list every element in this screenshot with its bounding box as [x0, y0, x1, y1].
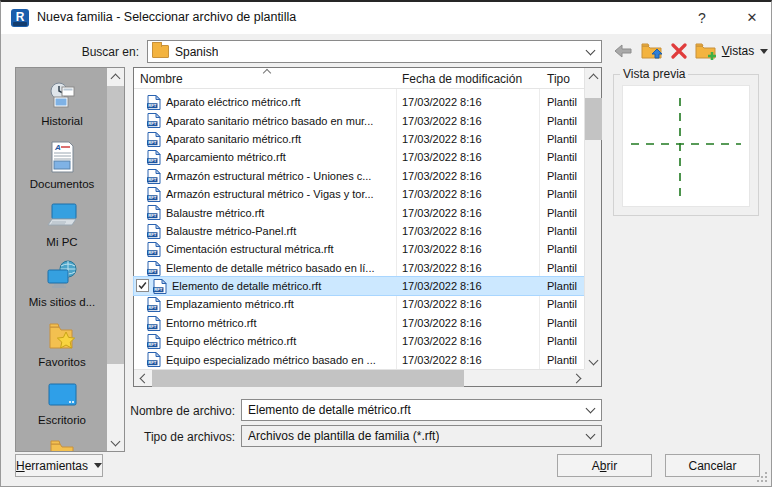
- file-name: Armazón estructural métrico - Vigas y to…: [166, 188, 394, 200]
- sidebar-item-desktop[interactable]: Escritorio: [16, 380, 108, 426]
- chevron-down-icon[interactable]: [587, 46, 595, 54]
- preview-groupbox: Vista previa: [613, 74, 759, 216]
- new-folder-button[interactable]: [693, 38, 719, 64]
- back-button[interactable]: [611, 38, 635, 64]
- folder-icon: [45, 434, 79, 452]
- column-header-name[interactable]: Nombre: [140, 68, 183, 89]
- scrollbar-thumb[interactable]: [585, 98, 602, 140]
- file-name: Equipo eléctrico métrico.rft: [166, 335, 394, 347]
- list-vertical-scrollbar[interactable]: [584, 68, 601, 370]
- table-row[interactable]: RFT Aparato sanitario métrico.rft 17/03/…: [134, 130, 586, 148]
- scroll-down-icon[interactable]: [585, 353, 602, 370]
- file-date: 17/03/2022 8:16: [402, 151, 532, 163]
- sidebar-item-documents[interactable]: A Documentos: [16, 140, 108, 190]
- scrollbar-thumb[interactable]: [152, 370, 464, 387]
- table-row[interactable]: RFT Elemento de detalle métrico.rft 17/0…: [134, 277, 586, 295]
- checkbox-checked-icon[interactable]: [136, 279, 149, 292]
- list-header: Nombre Fecha de modificación Tipo: [134, 68, 586, 89]
- sidebar-item-history[interactable]: Historial: [16, 81, 108, 127]
- file-date: 17/03/2022 8:16: [402, 225, 532, 237]
- up-one-level-button[interactable]: [639, 38, 665, 64]
- file-type-label: Tipo de archivos:: [127, 430, 235, 444]
- preview-canvas: [622, 85, 750, 207]
- svg-text:RFT: RFT: [148, 324, 157, 329]
- sidebar-item-favorites[interactable]: Favoritos: [16, 320, 108, 368]
- table-row[interactable]: RFT Aparato sanitario métrico basado en …: [134, 111, 586, 129]
- chevron-down-icon[interactable]: [587, 430, 595, 438]
- scroll-up-icon[interactable]: [107, 68, 124, 85]
- sort-ascending-icon: [262, 67, 272, 75]
- help-button[interactable]: ?: [691, 8, 713, 28]
- file-name-combobox[interactable]: Elemento de detalle métrico.rft: [241, 399, 602, 421]
- file-date: 17/03/2022 8:16: [402, 243, 532, 255]
- rft-file-icon: RFT: [147, 205, 161, 220]
- sidebar-item-label: Historial: [16, 115, 108, 127]
- table-row[interactable]: RFT Balaustre métrico.rft 17/03/2022 8:1…: [134, 203, 586, 221]
- file-type: Plantil: [547, 317, 584, 329]
- svg-text:RFT: RFT: [148, 269, 157, 274]
- table-row[interactable]: RFT Emplazamiento métrico.rft 17/03/2022…: [134, 295, 586, 313]
- file-type: Plantil: [547, 133, 584, 145]
- scroll-left-icon[interactable]: [134, 370, 151, 387]
- table-row[interactable]: RFT Equipo eléctrico métrico.rft 17/03/2…: [134, 332, 586, 350]
- file-rows: RFT Aparato eléctrico métrico.rft 17/03/…: [134, 93, 586, 369]
- rft-file-icon: RFT: [147, 224, 161, 239]
- table-row[interactable]: RFT Cimentación estructural métrica.rft …: [134, 240, 586, 258]
- sidebar-item-partial[interactable]: [16, 434, 108, 452]
- folder-icon: [152, 45, 169, 58]
- column-header-type[interactable]: Tipo: [547, 68, 570, 89]
- table-row[interactable]: RFT Aparato eléctrico métrico.rft 17/03/…: [134, 93, 586, 111]
- cancel-button[interactable]: Cancelar: [665, 454, 760, 477]
- file-name: Elemento de detalle métrico.rft: [172, 280, 394, 292]
- sidebar-scrollbar[interactable]: [107, 68, 124, 451]
- table-row[interactable]: RFT Armazón estructural métrico - Vigas …: [134, 185, 586, 203]
- favorites-icon: [45, 320, 79, 352]
- file-type: Plantil: [547, 298, 584, 310]
- folder-up-icon: [641, 42, 663, 60]
- table-row[interactable]: RFT Elemento de detalle métrico basado e…: [134, 259, 586, 277]
- close-button[interactable]: ✕: [741, 8, 763, 28]
- svg-text:RFT: RFT: [148, 214, 157, 219]
- sidebar-item-network[interactable]: Mis sitios d...: [16, 260, 108, 308]
- scrollbar-thumb[interactable]: [107, 86, 124, 364]
- file-name: Entorno métrico.rft: [166, 317, 394, 329]
- table-row[interactable]: RFT Balaustre métrico-Panel.rft 17/03/20…: [134, 222, 586, 240]
- table-row[interactable]: RFT Entorno métrico.rft 17/03/2022 8:16 …: [134, 314, 586, 332]
- column-header-date[interactable]: Fecha de modificación: [402, 68, 522, 89]
- file-name: Balaustre métrico.rft: [166, 207, 394, 219]
- dropdown-arrow-icon: [94, 463, 102, 468]
- file-type-combobox[interactable]: Archivos de plantilla de familia (*.rft): [241, 425, 602, 447]
- views-dropdown[interactable]: Vistas: [721, 38, 769, 64]
- file-name: Balaustre métrico-Panel.rft: [166, 225, 394, 237]
- computer-icon: [44, 200, 80, 232]
- rft-file-icon: RFT: [147, 95, 161, 110]
- table-row[interactable]: RFT Armazón estructural métrico - Unione…: [134, 167, 586, 185]
- scroll-down-icon[interactable]: [107, 434, 124, 451]
- look-in-combobox[interactable]: Spanish: [147, 40, 602, 63]
- svg-text:RFT: RFT: [148, 103, 157, 108]
- delete-button[interactable]: [667, 38, 691, 64]
- file-name: Armazón estructural métrico - Uniones c.…: [166, 170, 394, 182]
- rft-file-icon: RFT: [147, 169, 161, 184]
- file-type: Plantil: [547, 225, 584, 237]
- svg-text:RFT: RFT: [148, 140, 157, 145]
- open-button[interactable]: Abrir: [557, 454, 652, 477]
- resize-grip[interactable]: [756, 471, 768, 483]
- reference-planes-crosshair-icon: [623, 86, 749, 206]
- file-type: Plantil: [547, 243, 584, 255]
- new-folder-icon: [695, 42, 717, 60]
- chevron-down-icon[interactable]: [587, 404, 595, 412]
- list-horizontal-scrollbar[interactable]: [134, 369, 586, 386]
- template-file-dialog: R Nueva familia - Seleccionar archivo de…: [0, 0, 772, 487]
- sidebar-item-label: Mi PC: [16, 236, 108, 248]
- rft-file-icon: RFT: [147, 352, 161, 367]
- svg-text:RFT: RFT: [148, 342, 157, 347]
- scroll-up-icon[interactable]: [585, 68, 602, 85]
- dialog-toolbar: Vistas: [609, 38, 769, 64]
- table-row[interactable]: RFT Aparcamiento métrico.rft 17/03/2022 …: [134, 148, 586, 166]
- file-type: Plantil: [547, 262, 584, 274]
- tools-button[interactable]: Herramientas: [15, 454, 103, 477]
- file-date: 17/03/2022 8:16: [402, 335, 532, 347]
- sidebar-item-computer[interactable]: Mi PC: [16, 200, 108, 248]
- table-row[interactable]: RFT Equipo especializado métrico basado …: [134, 350, 586, 368]
